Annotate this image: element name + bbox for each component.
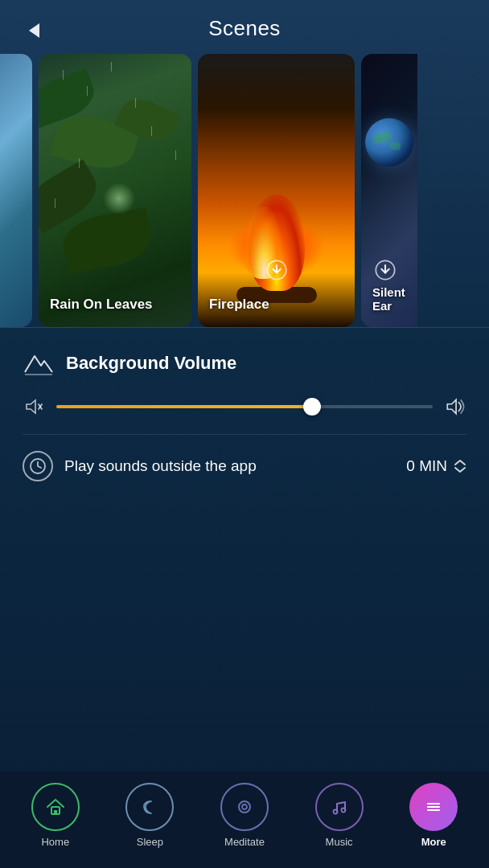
- nav-label-music: Music: [326, 836, 353, 848]
- nav-label-home: Home: [41, 836, 69, 848]
- back-arrow-icon: [29, 23, 39, 38]
- nav-item-meditate[interactable]: Meditate: [197, 783, 292, 848]
- timer-number: 0 MIN: [406, 457, 447, 475]
- download-icon-fireplace[interactable]: [264, 257, 290, 283]
- back-button[interactable]: [19, 16, 48, 45]
- nav-icon-home: [31, 783, 80, 831]
- mountain-icon: [23, 347, 55, 379]
- nav-label-more: More: [421, 836, 446, 848]
- nav-item-home[interactable]: Home: [8, 783, 103, 848]
- header: Scenes: [0, 0, 489, 54]
- scene-card-earth[interactable]: Silent Ear: [361, 54, 417, 327]
- page-title: Scenes: [208, 16, 281, 41]
- volume-slider[interactable]: [56, 405, 433, 408]
- scene-label-earth: Silent Ear: [372, 285, 417, 313]
- svg-marker-8: [447, 399, 456, 413]
- bg-volume-title: Background Volume: [66, 353, 236, 374]
- volume-mute-icon[interactable]: [23, 395, 45, 418]
- svg-point-14: [333, 810, 337, 814]
- volume-row: [23, 395, 466, 418]
- nav-icon-music: [315, 783, 364, 831]
- svg-point-15: [341, 809, 345, 813]
- nav-label-meditate: Meditate: [224, 836, 265, 848]
- controls-section: Background Volume: [0, 328, 489, 501]
- scene-label-fireplace: Fireplace: [209, 297, 269, 313]
- rain-leaves-decoration: [39, 54, 191, 327]
- timer-label: Play sounds outside the app: [64, 457, 395, 475]
- svg-rect-11: [54, 810, 57, 814]
- nav-item-sleep[interactable]: Sleep: [103, 783, 198, 848]
- nav-label-sleep: Sleep: [137, 836, 163, 848]
- scene-card-mountain[interactable]: [0, 54, 32, 327]
- timer-section: Play sounds outside the app 0 MIN: [23, 451, 466, 481]
- scene-label-rain: Rain On Leaves: [50, 297, 153, 313]
- download-icon-earth[interactable]: [372, 257, 398, 283]
- timer-value[interactable]: 0 MIN: [406, 457, 466, 475]
- bottom-nav: Home Sleep Meditate Music: [0, 772, 489, 868]
- earth-globe-icon: [365, 118, 413, 166]
- bg-volume-header: Background Volume: [23, 347, 466, 379]
- nav-icon-meditate: [220, 783, 269, 831]
- nav-item-more[interactable]: More: [386, 783, 481, 848]
- svg-point-12: [239, 801, 250, 813]
- nav-item-music[interactable]: Music: [292, 783, 387, 848]
- svg-point-13: [242, 805, 247, 809]
- nav-icon-sleep: [125, 783, 174, 831]
- background-volume-section: Background Volume: [23, 347, 466, 418]
- volume-max-icon[interactable]: [444, 395, 466, 418]
- nav-icon-more: [409, 783, 458, 831]
- clock-icon: [23, 451, 53, 481]
- scene-card-fireplace[interactable]: Fireplace: [198, 54, 355, 327]
- scenes-carousel: Rain On Leaves Fireplace: [0, 54, 489, 327]
- section-divider: [23, 434, 466, 435]
- svg-marker-5: [27, 400, 35, 413]
- scene-card-rain[interactable]: Rain On Leaves: [39, 54, 191, 327]
- timer-stepper[interactable]: [454, 459, 466, 473]
